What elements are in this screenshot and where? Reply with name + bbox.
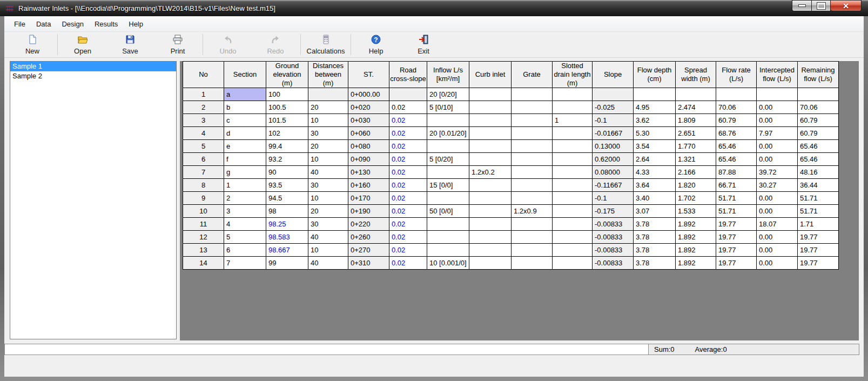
grid-cell-grate-row9[interactable]: [512, 192, 553, 205]
grid-cell-rate-row9[interactable]: 51.71: [716, 192, 757, 205]
grid-cell-dist-row12[interactable]: 40: [308, 231, 348, 244]
grid-cell-ground-row8[interactable]: 93.5: [266, 179, 308, 192]
grid-cell-curb-row9[interactable]: [469, 192, 512, 205]
grid-cell-remaining-row7[interactable]: 48.16: [798, 166, 839, 179]
grid-cell-spread-row6[interactable]: 1.321: [676, 153, 716, 166]
grid-cell-cross-row5[interactable]: 0.02: [389, 140, 427, 153]
grid-cell-slotted-row13[interactable]: [553, 244, 593, 257]
grid-cell-slotted-row9[interactable]: [553, 192, 593, 205]
grid-cell-slope-row2[interactable]: -0.025: [593, 101, 634, 114]
grid-cell-spread-row4[interactable]: 2.651: [676, 127, 716, 140]
grid-cell-ground-row6[interactable]: 93.2: [266, 153, 308, 166]
grid-cell-cross-row9[interactable]: 0.02: [389, 192, 427, 205]
grid-cell-slope-row14[interactable]: -0.00833: [593, 257, 634, 270]
grid-cell-spread-row10[interactable]: 1.533: [676, 205, 716, 218]
grid-cell-remaining-row1[interactable]: [798, 88, 839, 101]
grid-cell-grate-row10[interactable]: 1.2x0.9: [512, 205, 553, 218]
grid-cell-slope-row7[interactable]: 0.08000: [593, 166, 634, 179]
grid-cell-depth-row6[interactable]: 2.64: [634, 153, 676, 166]
grid-cell-remaining-row8[interactable]: 36.44: [798, 179, 839, 192]
grid-cell-section-row8[interactable]: 1: [224, 179, 266, 192]
grid-cell-spread-row11[interactable]: 1.892: [676, 218, 716, 231]
grid-cell-inflow-row6[interactable]: 5 [0/20]: [427, 153, 469, 166]
grid-cell-ground-row2[interactable]: 100.5: [266, 101, 308, 114]
grid-cell-depth-row10[interactable]: 3.07: [634, 205, 676, 218]
grid-cell-section-row11[interactable]: 4: [224, 218, 266, 231]
grid-cell-slotted-row11[interactable]: [553, 218, 593, 231]
grid-cell-inflow-row10[interactable]: 50 [0/0]: [427, 205, 469, 218]
grid-cell-rate-row11[interactable]: 19.77: [716, 218, 757, 231]
grid-cell-spread-row2[interactable]: 2.474: [676, 101, 716, 114]
grid-cell-slope-row9[interactable]: -0.1: [593, 192, 634, 205]
grid-cell-intercepted-row3[interactable]: 0.00: [757, 114, 798, 127]
grid-cell-spread-row9[interactable]: 1.702: [676, 192, 716, 205]
grid-cell-inflow-row7[interactable]: [427, 166, 469, 179]
help-button[interactable]: ?Help: [352, 32, 400, 57]
grid-cell-cross-row4[interactable]: 0.02: [389, 127, 427, 140]
grid-cell-section-row12[interactable]: 5: [224, 231, 266, 244]
grid-cell-intercepted-row4[interactable]: 7.97: [757, 127, 798, 140]
grid-cell-rate-row6[interactable]: 65.46: [716, 153, 757, 166]
grid-cell-grate-row3[interactable]: [512, 114, 553, 127]
grid-cell-depth-row5[interactable]: 3.54: [634, 140, 676, 153]
minimize-button[interactable]: [792, 0, 811, 11]
menu-item-design[interactable]: Design: [56, 17, 89, 31]
grid-cell-section-row5[interactable]: e: [224, 140, 266, 153]
grid-cell-curb-row13[interactable]: [469, 244, 512, 257]
grid-cell-no-row1[interactable]: 1: [183, 88, 224, 101]
grid-cell-grate-row2[interactable]: [512, 101, 553, 114]
grid-cell-cross-row10[interactable]: 0.02: [389, 205, 427, 218]
grid-cell-depth-row2[interactable]: 4.95: [634, 101, 676, 114]
grid-cell-curb-row4[interactable]: [469, 127, 512, 140]
grid-cell-ground-row10[interactable]: 98: [266, 205, 308, 218]
grid-cell-st-row9[interactable]: 0+170: [348, 192, 389, 205]
grid-cell-dist-row9[interactable]: 10: [308, 192, 348, 205]
grid-cell-inflow-row1[interactable]: 20 [0/20]: [427, 88, 469, 101]
grid-cell-inflow-row14[interactable]: 10 [0.001/0]: [427, 257, 469, 270]
grid-cell-curb-row6[interactable]: [469, 153, 512, 166]
grid-cell-dist-row4[interactable]: 30: [308, 127, 348, 140]
grid-cell-grate-row5[interactable]: [512, 140, 553, 153]
grid-cell-slotted-row10[interactable]: [553, 205, 593, 218]
grid-cell-dist-row7[interactable]: 40: [308, 166, 348, 179]
grid-cell-ground-row13[interactable]: 98.667: [266, 244, 308, 257]
grid-cell-remaining-row12[interactable]: 19.77: [798, 231, 839, 244]
grid-cell-inflow-row13[interactable]: [427, 244, 469, 257]
grid-cell-remaining-row9[interactable]: 51.71: [798, 192, 839, 205]
menu-item-data[interactable]: Data: [31, 17, 56, 31]
grid-cell-ground-row4[interactable]: 102: [266, 127, 308, 140]
grid-cell-intercepted-row9[interactable]: 0.00: [757, 192, 798, 205]
grid-cell-grate-row1[interactable]: [512, 88, 553, 101]
grid-cell-spread-row7[interactable]: 2.166: [676, 166, 716, 179]
grid-cell-curb-row11[interactable]: [469, 218, 512, 231]
grid-cell-curb-row10[interactable]: [469, 205, 512, 218]
grid-cell-depth-row4[interactable]: 5.30: [634, 127, 676, 140]
grid-cell-cross-row14[interactable]: 0.02: [389, 257, 427, 270]
grid-cell-depth-row11[interactable]: 3.78: [634, 218, 676, 231]
grid-cell-intercepted-row7[interactable]: 39.72: [757, 166, 798, 179]
grid-cell-no-row2[interactable]: 2: [183, 101, 224, 114]
close-button[interactable]: ✕: [831, 0, 862, 11]
grid-cell-section-row3[interactable]: c: [224, 114, 266, 127]
grid-cell-section-row14[interactable]: 7: [224, 257, 266, 270]
grid-cell-st-row1[interactable]: 0+000.00: [348, 88, 389, 101]
grid-cell-remaining-row13[interactable]: 19.77: [798, 244, 839, 257]
grid-cell-slope-row3[interactable]: -0.1: [593, 114, 634, 127]
grid-cell-depth-row3[interactable]: 3.62: [634, 114, 676, 127]
grid-cell-remaining-row11[interactable]: 1.71: [798, 218, 839, 231]
grid-cell-no-row10[interactable]: 10: [183, 205, 224, 218]
grid-cell-slope-row6[interactable]: 0.62000: [593, 153, 634, 166]
grid-cell-st-row8[interactable]: 0+160: [348, 179, 389, 192]
grid-cell-intercepted-row10[interactable]: 0.00: [757, 205, 798, 218]
grid-cell-no-row14[interactable]: 14: [183, 257, 224, 270]
grid-cell-grate-row11[interactable]: [512, 218, 553, 231]
new-button[interactable]: New: [9, 32, 56, 57]
grid-cell-st-row7[interactable]: 0+130: [348, 166, 389, 179]
grid-cell-section-row9[interactable]: 2: [224, 192, 266, 205]
grid-cell-slotted-row14[interactable]: [553, 257, 593, 270]
grid-cell-cross-row7[interactable]: 0.02: [389, 166, 427, 179]
grid-cell-curb-row1[interactable]: [469, 88, 512, 101]
grid-cell-rate-row3[interactable]: 60.79: [716, 114, 757, 127]
grid-cell-section-row2[interactable]: b: [224, 101, 266, 114]
grid-cell-cross-row6[interactable]: 0.02: [389, 153, 427, 166]
